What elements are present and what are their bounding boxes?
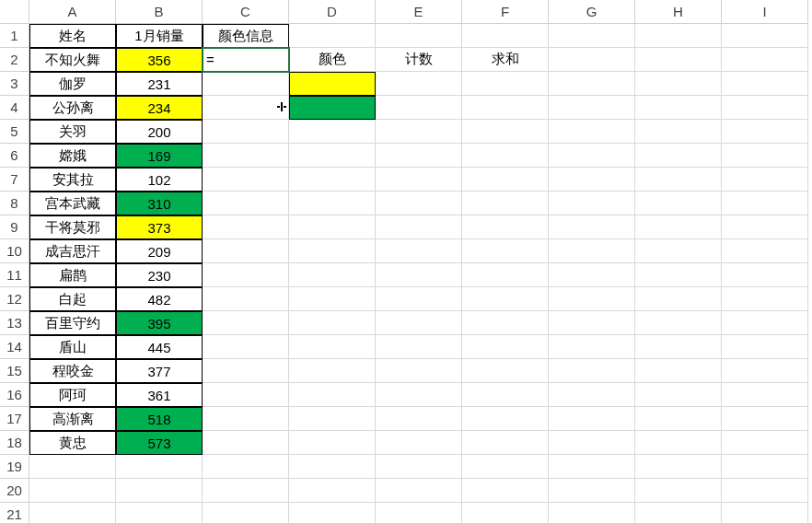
- cell-H1[interactable]: [635, 24, 722, 48]
- cell-I14[interactable]: [722, 335, 808, 359]
- row-header-21[interactable]: 21: [0, 503, 29, 523]
- cell-G18[interactable]: [549, 431, 635, 455]
- row-header-9[interactable]: 9: [0, 215, 29, 239]
- cell-G4[interactable]: [549, 96, 635, 120]
- cell-H3[interactable]: [635, 72, 722, 96]
- cell-B7[interactable]: 102: [116, 168, 203, 192]
- cell-G16[interactable]: [549, 383, 635, 407]
- cell-A15[interactable]: 程咬金: [29, 359, 116, 383]
- cell-G5[interactable]: [549, 120, 635, 144]
- cell-I11[interactable]: [722, 263, 808, 287]
- cell-E7[interactable]: [376, 168, 462, 192]
- cell-I9[interactable]: [722, 215, 808, 239]
- cell-I2[interactable]: [722, 48, 808, 72]
- cell-G14[interactable]: [549, 335, 635, 359]
- cell-A14[interactable]: 盾山: [29, 335, 116, 359]
- cell-B1[interactable]: 1月销量: [116, 24, 203, 48]
- cell-E16[interactable]: [376, 383, 462, 407]
- cell-C5[interactable]: [203, 120, 289, 144]
- cell-B17[interactable]: 518: [116, 407, 203, 431]
- cell-E5[interactable]: [376, 120, 462, 144]
- cell-C1[interactable]: 颜色信息: [203, 24, 289, 48]
- row-header-3[interactable]: 3: [0, 72, 29, 96]
- cell-B15[interactable]: 377: [116, 359, 203, 383]
- cell-F9[interactable]: [462, 215, 549, 239]
- cell-A20[interactable]: [29, 479, 116, 503]
- cell-H2[interactable]: [635, 48, 722, 72]
- row-header-19[interactable]: 19: [0, 455, 29, 479]
- cell-F8[interactable]: [462, 192, 549, 215]
- cell-F1[interactable]: [462, 24, 549, 48]
- cell-I8[interactable]: [722, 192, 808, 215]
- cell-F2[interactable]: 求和: [462, 48, 549, 72]
- cell-B3[interactable]: 231: [116, 72, 203, 96]
- cell-D14[interactable]: [289, 335, 376, 359]
- row-header-12[interactable]: 12: [0, 287, 29, 311]
- cell-F21[interactable]: [462, 503, 549, 523]
- cell-G11[interactable]: [549, 263, 635, 287]
- cell-D9[interactable]: [289, 215, 376, 239]
- col-header-B[interactable]: B: [116, 0, 203, 24]
- cell-A5[interactable]: 关羽: [29, 120, 116, 144]
- cell-B18[interactable]: 573: [116, 431, 203, 455]
- cell-D13[interactable]: [289, 311, 376, 335]
- cell-H4[interactable]: [635, 96, 722, 120]
- cell-A21[interactable]: [29, 503, 116, 523]
- cell-A10[interactable]: 成吉思汗: [29, 239, 116, 263]
- cell-D21[interactable]: [289, 503, 376, 523]
- cell-E14[interactable]: [376, 335, 462, 359]
- col-header-A[interactable]: A: [29, 0, 116, 24]
- cell-E12[interactable]: [376, 287, 462, 311]
- row-header-11[interactable]: 11: [0, 263, 29, 287]
- cell-F6[interactable]: [462, 144, 549, 168]
- cell-C3[interactable]: [203, 72, 289, 96]
- cell-F13[interactable]: [462, 311, 549, 335]
- cell-G15[interactable]: [549, 359, 635, 383]
- cell-G7[interactable]: [549, 168, 635, 192]
- cell-G8[interactable]: [549, 192, 635, 215]
- cell-B19[interactable]: [116, 455, 203, 479]
- cell-I13[interactable]: [722, 311, 808, 335]
- cell-F5[interactable]: [462, 120, 549, 144]
- col-header-H[interactable]: H: [635, 0, 722, 24]
- cell-A7[interactable]: 安其拉: [29, 168, 116, 192]
- cell-H5[interactable]: [635, 120, 722, 144]
- col-header-F[interactable]: F: [462, 0, 549, 24]
- cell-D15[interactable]: [289, 359, 376, 383]
- cell-G20[interactable]: [549, 479, 635, 503]
- cell-I20[interactable]: [722, 479, 808, 503]
- row-header-5[interactable]: 5: [0, 120, 29, 144]
- cell-B9[interactable]: 373: [116, 215, 203, 239]
- cell-C16[interactable]: [203, 383, 289, 407]
- cell-A4[interactable]: 公孙离: [29, 96, 116, 120]
- cell-H9[interactable]: [635, 215, 722, 239]
- cell-F16[interactable]: [462, 383, 549, 407]
- cell-D7[interactable]: [289, 168, 376, 192]
- cell-B16[interactable]: 361: [116, 383, 203, 407]
- cell-A19[interactable]: [29, 455, 116, 479]
- cell-A3[interactable]: 伽罗: [29, 72, 116, 96]
- cell-F17[interactable]: [462, 407, 549, 431]
- col-header-G[interactable]: G: [549, 0, 635, 24]
- row-header-10[interactable]: 10: [0, 239, 29, 263]
- cell-E21[interactable]: [376, 503, 462, 523]
- cell-I12[interactable]: [722, 287, 808, 311]
- cell-C2[interactable]: =: [203, 48, 289, 72]
- cell-B11[interactable]: 230: [116, 263, 203, 287]
- cell-F4[interactable]: [462, 96, 549, 120]
- col-header-I[interactable]: I: [722, 0, 808, 24]
- cell-H7[interactable]: [635, 168, 722, 192]
- row-header-17[interactable]: 17: [0, 407, 29, 431]
- cell-D19[interactable]: [289, 455, 376, 479]
- cell-G3[interactable]: [549, 72, 635, 96]
- cell-B14[interactable]: 445: [116, 335, 203, 359]
- row-header-2[interactable]: 2: [0, 48, 29, 72]
- cell-G12[interactable]: [549, 287, 635, 311]
- cell-A6[interactable]: 嫦娥: [29, 144, 116, 168]
- cell-C18[interactable]: [203, 431, 289, 455]
- cell-I1[interactable]: [722, 24, 808, 48]
- cell-D6[interactable]: [289, 144, 376, 168]
- cell-H12[interactable]: [635, 287, 722, 311]
- cell-F19[interactable]: [462, 455, 549, 479]
- cell-E13[interactable]: [376, 311, 462, 335]
